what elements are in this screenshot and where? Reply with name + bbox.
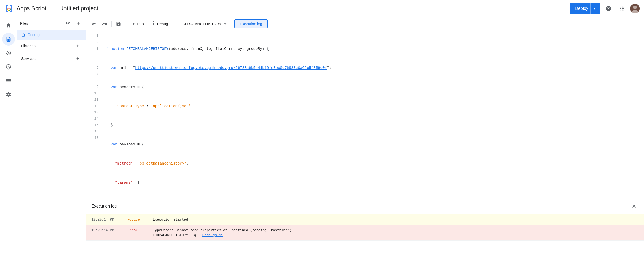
icon-sidebar xyxy=(0,17,17,272)
files-label: Files xyxy=(20,21,61,25)
libraries-label: Libraries xyxy=(21,44,72,48)
line-num-1: 1 xyxy=(86,33,98,39)
logo-area: Apps Script xyxy=(4,4,46,13)
services-section[interactable]: Services + xyxy=(17,52,86,65)
sort-icon: AZ xyxy=(66,21,70,25)
line-num-14: 14 xyxy=(86,116,98,122)
line-num-12: 12 xyxy=(86,103,98,109)
code-line-1: function FETCHBALANCEHISTORY(address, fr… xyxy=(106,46,640,52)
redo-icon xyxy=(102,21,107,27)
debug-button[interactable]: Debug xyxy=(148,20,171,28)
code-line-5: }; xyxy=(106,122,640,128)
apps-script-logo xyxy=(4,4,14,13)
execution-log-button[interactable]: Execution log xyxy=(234,19,268,28)
apps-grid-button[interactable] xyxy=(616,3,628,14)
file-panel: Files AZ + Code.gs Libraries + Services … xyxy=(17,17,86,272)
debug-label: Debug xyxy=(157,22,168,26)
help-icon xyxy=(606,6,611,11)
execution-log-title: Execution log xyxy=(91,204,629,209)
log-timestamp-1: 12:20:14 PM xyxy=(91,218,123,222)
undo-button[interactable] xyxy=(89,19,99,29)
line-num-17: 17 xyxy=(86,135,98,141)
function-selector[interactable]: FETCHBALANCEHISTORY xyxy=(172,20,231,28)
settings-icon xyxy=(6,92,11,97)
log-stack-link[interactable]: Code.gs:11 xyxy=(202,233,223,237)
file-panel-toolbar: Files AZ + xyxy=(17,17,86,30)
history-icon xyxy=(6,50,11,56)
close-icon xyxy=(631,204,637,209)
variables-icon xyxy=(6,78,11,84)
line-num-8: 8 xyxy=(86,77,98,84)
line-num-4: 4 xyxy=(86,52,98,58)
line-numbers: 1 2 3 4 5 6 7 8 9 10 11 12 13 14 15 16 1 xyxy=(86,31,102,198)
app-name: Apps Script xyxy=(16,5,46,12)
execution-log-close-button[interactable] xyxy=(629,201,639,211)
main-layout: Files AZ + Code.gs Libraries + Services … xyxy=(0,17,644,272)
services-label: Services xyxy=(21,57,72,61)
sidebar-btn-settings[interactable] xyxy=(2,88,15,101)
line-num-13: 13 xyxy=(86,109,98,116)
undo-icon xyxy=(91,21,97,27)
home-icon xyxy=(6,23,11,28)
sidebar-btn-home[interactable] xyxy=(2,19,15,32)
log-message-2: TypeError: Cannot read properties of und… xyxy=(153,228,292,232)
file-icon xyxy=(21,33,25,37)
add-service-button[interactable]: + xyxy=(74,55,81,62)
log-error-first-row: 12:20:14 PM Error TypeError: Cannot read… xyxy=(91,228,292,232)
line-num-6: 6 xyxy=(86,65,98,71)
debug-icon xyxy=(151,21,156,26)
line-num-9: 9 xyxy=(86,84,98,90)
help-button[interactable] xyxy=(603,3,614,14)
file-name: Code.gs xyxy=(28,33,41,37)
log-entries: 12:20:14 PM Notice Execution started 12:… xyxy=(86,214,644,272)
avatar-image xyxy=(630,4,640,13)
execution-log-header: Execution log xyxy=(86,198,644,214)
code-line-8: "params": [ xyxy=(106,179,640,186)
add-file-button[interactable]: + xyxy=(74,19,83,28)
redo-button[interactable] xyxy=(100,19,109,29)
code-content: function FETCHBALANCEHISTORY(address, fr… xyxy=(102,31,644,198)
log-error-stack: FETCHBALANCEHISTORY @ Code.gs:11 xyxy=(91,233,223,237)
trigger-icon xyxy=(6,64,11,70)
header-divider xyxy=(55,4,55,13)
sidebar-btn-files[interactable] xyxy=(2,33,15,46)
log-entry-error: 12:20:14 PM Error TypeError: Cannot read… xyxy=(86,225,644,241)
avatar[interactable] xyxy=(630,4,640,13)
line-num-7: 7 xyxy=(86,71,98,77)
code-line-6: var payload = { xyxy=(106,141,640,148)
apps-grid-icon xyxy=(619,6,625,11)
libraries-section[interactable]: Libraries + xyxy=(17,40,86,52)
files-icon xyxy=(6,36,11,42)
code-line-3: var headers = { xyxy=(106,84,640,90)
project-name[interactable]: Untitled project xyxy=(59,5,98,12)
run-label: Run xyxy=(137,22,144,26)
deploy-button[interactable]: Deploy ▾ xyxy=(570,3,600,14)
save-button[interactable] xyxy=(114,19,123,29)
line-num-16: 16 xyxy=(86,128,98,135)
execution-log-label: Execution log xyxy=(240,22,262,26)
deploy-chevron-icon[interactable]: ▾ xyxy=(590,3,595,14)
function-select-chevron-icon xyxy=(223,21,228,27)
sidebar-btn-variables[interactable] xyxy=(2,74,15,87)
sort-files-button[interactable]: AZ xyxy=(63,19,72,28)
code-editor[interactable]: 1 2 3 4 5 6 7 8 9 10 11 12 13 14 15 16 1 xyxy=(86,31,644,198)
function-name: FETCHBALANCEHISTORY xyxy=(175,22,222,26)
toolbar-divider-2 xyxy=(126,21,126,27)
sidebar-btn-history[interactable] xyxy=(2,47,15,59)
code-line-4: 'Content-Type': 'application/json' xyxy=(106,103,640,109)
run-button[interactable]: Run xyxy=(128,20,147,28)
code-line-2: var url = "https://prettiest-white-fog.b… xyxy=(106,65,640,71)
line-num-2: 2 xyxy=(86,39,98,46)
header: Apps Script Untitled project Deploy ▾ xyxy=(0,0,644,17)
log-message-1: Execution started xyxy=(153,218,188,222)
editor-area: Run Debug FETCHBALANCEHISTORY Execution … xyxy=(86,17,644,272)
sidebar-btn-triggers[interactable] xyxy=(2,61,15,73)
line-num-15: 15 xyxy=(86,122,98,128)
file-item-code-gs[interactable]: Code.gs xyxy=(17,30,86,40)
code-lines: 1 2 3 4 5 6 7 8 9 10 11 12 13 14 15 16 1 xyxy=(86,31,644,198)
log-entry-notice: 12:20:14 PM Notice Execution started xyxy=(86,214,644,225)
add-library-button[interactable]: + xyxy=(74,42,81,50)
add-file-icon: + xyxy=(77,20,80,27)
toolbar-divider-1 xyxy=(111,21,112,27)
line-num-3: 3 xyxy=(86,46,98,52)
